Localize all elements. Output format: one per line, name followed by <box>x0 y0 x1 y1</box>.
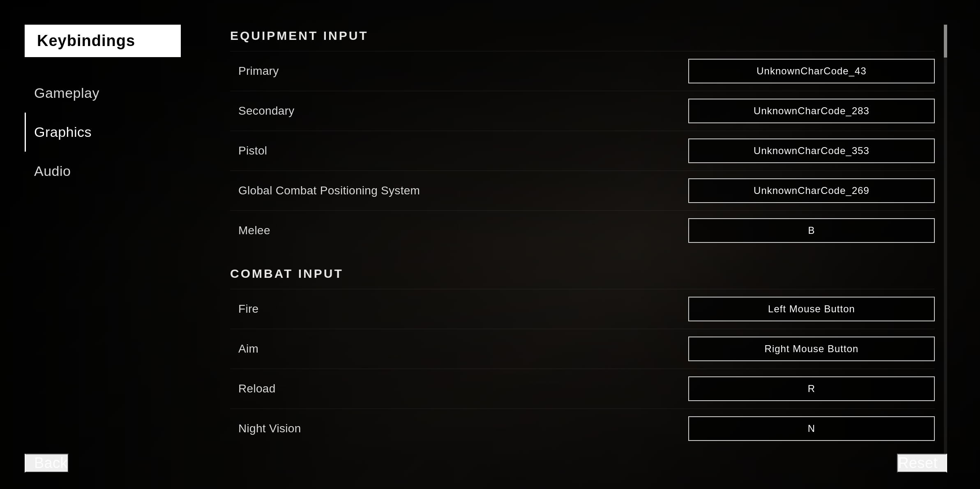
sidebar-item-label-gameplay: Gameplay <box>34 85 99 101</box>
keybind-row-fire: Fire Left Mouse Button <box>230 289 935 329</box>
sidebar-title[interactable]: Keybindings <box>25 25 181 57</box>
back-button[interactable]: Back <box>25 454 69 473</box>
bottom-bar: Back Reset <box>0 437 980 489</box>
equipment-keybind-list: Primary UnknownCharCode_43 Secondary Unk… <box>230 51 935 250</box>
keybind-row-reload: Reload R <box>230 369 935 408</box>
keybind-row-aim: Aim Right Mouse Button <box>230 329 935 369</box>
keybind-label-primary: Primary <box>230 65 688 78</box>
keybind-input-gcps[interactable]: UnknownCharCode_269 <box>688 178 935 203</box>
keybind-input-fire[interactable]: Left Mouse Button <box>688 297 935 321</box>
keybind-label-reload: Reload <box>230 382 688 395</box>
content-area: EQUIPMENT INPUT Primary UnknownCharCode_… <box>230 25 947 464</box>
keybind-input-melee[interactable]: B <box>688 218 935 243</box>
sidebar-item-label-audio: Audio <box>34 163 71 179</box>
keybind-row-melee: Melee B <box>230 210 935 250</box>
reset-button[interactable]: Reset <box>897 454 947 473</box>
keybind-input-primary[interactable]: UnknownCharCode_43 <box>688 59 935 83</box>
keybind-input-secondary[interactable]: UnknownCharCode_283 <box>688 99 935 123</box>
keybind-label-secondary: Secondary <box>230 104 688 118</box>
keybind-input-reload[interactable]: R <box>688 376 935 401</box>
keybind-input-pistol[interactable]: UnknownCharCode_353 <box>688 138 935 163</box>
scrollable-area[interactable]: EQUIPMENT INPUT Primary UnknownCharCode_… <box>230 25 947 464</box>
keybind-label-fire: Fire <box>230 302 688 316</box>
keybind-row-secondary: Secondary UnknownCharCode_283 <box>230 91 935 131</box>
scrollbar-track <box>944 25 947 464</box>
keybind-label-aim: Aim <box>230 342 688 355</box>
sidebar-item-gameplay[interactable]: Gameplay <box>25 74 181 113</box>
main-content: EQUIPMENT INPUT Primary UnknownCharCode_… <box>205 0 980 489</box>
keybind-label-pistol: Pistol <box>230 144 688 157</box>
keybind-label-gcps: Global Combat Positioning System <box>230 184 688 197</box>
scrollbar-thumb[interactable] <box>944 25 947 58</box>
keybind-label-night-vision: Night Vision <box>230 422 688 435</box>
sidebar-item-audio[interactable]: Audio <box>25 152 181 191</box>
equipment-section-title: EQUIPMENT INPUT <box>230 29 935 43</box>
sidebar-item-label-graphics: Graphics <box>34 124 92 140</box>
sidebar-item-graphics[interactable]: Graphics <box>25 113 181 152</box>
keybind-row-gcps: Global Combat Positioning System Unknown… <box>230 171 935 210</box>
keybind-label-melee: Melee <box>230 224 688 237</box>
combat-section-title: COMBAT INPUT <box>230 267 935 281</box>
keybind-row-pistol: Pistol UnknownCharCode_353 <box>230 131 935 171</box>
sidebar: Keybindings Gameplay Graphics Audio <box>0 0 205 489</box>
keybind-row-primary: Primary UnknownCharCode_43 <box>230 51 935 91</box>
keybind-input-aim[interactable]: Right Mouse Button <box>688 337 935 361</box>
combat-keybind-list: Fire Left Mouse Button Aim Right Mouse B… <box>230 289 935 448</box>
